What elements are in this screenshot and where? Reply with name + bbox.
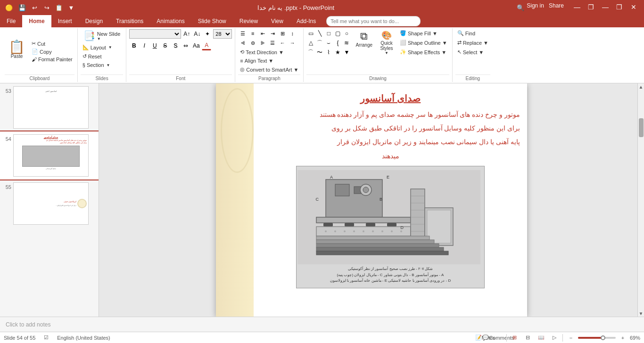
shape-triangle[interactable]: △: [306, 39, 315, 47]
decrease-font-button[interactable]: A↓: [192, 29, 202, 39]
shape-arc[interactable]: ⌒: [306, 48, 315, 57]
find-button[interactable]: 🔍 Find: [455, 29, 477, 37]
increase-indent-button[interactable]: ⇥: [268, 29, 277, 38]
tab-home[interactable]: Home: [22, 15, 51, 27]
accessibility-button[interactable]: ☑: [41, 334, 51, 342]
numbering-button[interactable]: ≡: [248, 29, 257, 38]
tab-view[interactable]: View: [264, 15, 290, 27]
text-direction-button[interactable]: ⟲ Text Direction ▼: [238, 48, 286, 56]
shape-more[interactable]: ≋: [342, 39, 351, 47]
shape-oval[interactable]: ○: [342, 29, 351, 38]
tab-animations[interactable]: Animations: [150, 15, 191, 27]
shape-outline-button[interactable]: ⬜ Shape Outline ▼: [398, 39, 449, 47]
shapes-dropdown[interactable]: ▼: [342, 48, 351, 57]
bold-button[interactable]: B: [129, 41, 139, 50]
shape-rect3[interactable]: ▢: [333, 29, 342, 38]
shape-arrow[interactable]: ⌒: [315, 39, 324, 47]
strikethrough-button[interactable]: S: [160, 41, 170, 50]
tab-addins[interactable]: Add-Ins: [290, 15, 322, 27]
bullets-button[interactable]: ☰: [238, 29, 248, 38]
quick-styles-button[interactable]: 🎨 Quick Styles ▼: [377, 29, 396, 56]
restore-button[interactable]: ❐: [613, 2, 626, 12]
normal-view-button[interactable]: ⊞: [510, 334, 520, 342]
format-painter-button[interactable]: 🖌 Format Painter: [30, 56, 74, 63]
shape-star[interactable]: ★: [333, 48, 342, 57]
line-spacing-button[interactable]: ↕: [288, 29, 297, 38]
shape-curve[interactable]: ⌣: [324, 39, 333, 47]
shape-effects-button[interactable]: ✨ Shape Effects ▼: [398, 48, 449, 56]
section-button[interactable]: § Section ▼: [81, 61, 112, 69]
change-case-button[interactable]: Aa: [191, 41, 201, 50]
ribbon-restore-button[interactable]: ❐: [585, 2, 598, 12]
comments-button[interactable]: 💬 Comments: [493, 334, 504, 342]
tell-me-input[interactable]: [326, 16, 421, 26]
columns-button[interactable]: ⊞: [278, 29, 287, 38]
char-spacing-button[interactable]: ⇔: [181, 41, 190, 50]
save-button[interactable]: 💾: [17, 2, 27, 13]
shape-fill-button[interactable]: 🪣 Shape Fill ▼: [398, 29, 449, 37]
share-button[interactable]: Share: [549, 2, 564, 13]
decrease-indent-button[interactable]: ⇤: [258, 29, 267, 38]
shape-rect2[interactable]: □: [324, 29, 333, 38]
shape-freeform[interactable]: ⌇: [324, 48, 333, 57]
zoom-slider[interactable]: [578, 337, 616, 339]
italic-button[interactable]: I: [140, 41, 149, 50]
arrange-button[interactable]: ⧉ Arrange: [353, 29, 375, 49]
align-text-button[interactable]: ≡ Align Text ▼: [238, 57, 275, 65]
notes-bar[interactable]: Click to add notes: [0, 317, 644, 332]
zoom-out-button[interactable]: −: [566, 334, 576, 342]
scroll-thumb[interactable]: [639, 118, 644, 137]
slide-thumb-53[interactable]: 53 اسانسور کشی: [0, 83, 99, 131]
cut-button[interactable]: ✂ Cut: [30, 40, 74, 48]
tab-insert[interactable]: Insert: [51, 15, 79, 27]
shape-line[interactable]: ╲: [315, 29, 324, 38]
new-slide-button[interactable]: 📑 New Slide ▼: [81, 29, 124, 42]
sign-in-link[interactable]: Sign in: [527, 2, 544, 13]
select-button[interactable]: ↖ Select ▼: [455, 48, 486, 56]
slide-view-scrollbar[interactable]: ▲ ▼: [637, 83, 644, 317]
reset-button[interactable]: ↺ Reset: [81, 52, 104, 60]
zoom-in-button[interactable]: +: [618, 334, 628, 342]
redo-button[interactable]: ↪: [41, 2, 52, 13]
outline-view-button[interactable]: ⊟: [523, 334, 533, 342]
shape-bracket[interactable]: {: [333, 39, 342, 47]
font-color-button[interactable]: A: [202, 41, 211, 50]
slide-canvas[interactable]: صدای آسانسور موتور و چرخ دنده های آسانسو…: [216, 83, 527, 317]
align-left-button[interactable]: ⫷: [238, 39, 248, 47]
tab-file[interactable]: File: [0, 15, 22, 27]
copy-button[interactable]: 📄 Copy: [30, 48, 74, 56]
font-family-select[interactable]: [129, 29, 181, 39]
close-button[interactable]: ✕: [627, 2, 640, 12]
layout-button[interactable]: 📐 Layout ▼: [81, 43, 114, 51]
font-size-select[interactable]: 28: [213, 29, 232, 39]
align-center-button[interactable]: ⊜: [248, 39, 257, 47]
slide-panel-scroll[interactable]: 53 اسانسور کشی 54 صدای آسانسور: [0, 83, 99, 317]
rtl-button[interactable]: ←: [278, 39, 287, 47]
ribbon-minimize-button[interactable]: —: [570, 2, 584, 12]
minimize-button[interactable]: —: [599, 2, 612, 12]
scroll-down-button[interactable]: ▼: [638, 310, 644, 317]
slide-thumb-54[interactable]: 54 صدای آسانسور موتور و چرخ دنده های آسا…: [0, 131, 99, 180]
present-button[interactable]: 📋: [54, 2, 64, 13]
ltr-button[interactable]: →: [288, 39, 297, 47]
undo-button[interactable]: ↩: [29, 2, 40, 13]
tab-design[interactable]: Design: [79, 15, 109, 27]
slide-thumb-55[interactable]: 55 ایزولاسیون صوتی برای این ایزولاسیون ق…: [0, 180, 99, 228]
replace-button[interactable]: ⇄ Replace ▼: [455, 39, 490, 47]
shadow-button[interactable]: S: [171, 41, 180, 50]
reading-view-button[interactable]: 📖: [536, 334, 546, 342]
paste-button[interactable]: 📋 Paste: [5, 40, 29, 63]
convert-smartart-button[interactable]: ◎ Convert to SmartArt ▼: [238, 65, 300, 74]
qa-dropdown[interactable]: ▼: [66, 2, 76, 13]
clear-format-button[interactable]: ✦: [203, 29, 212, 39]
align-right-button[interactable]: ⫸: [258, 39, 267, 47]
scroll-up-button[interactable]: ▲: [638, 83, 644, 90]
tab-slideshow[interactable]: Slide Show: [191, 15, 233, 27]
shape-wave[interactable]: 〜: [315, 48, 324, 57]
underline-button[interactable]: U: [150, 41, 159, 50]
shape-rect[interactable]: ▭: [306, 29, 315, 38]
zoom-handle[interactable]: [601, 335, 605, 340]
tab-review[interactable]: Review: [233, 15, 264, 27]
slideshow-button[interactable]: ▷: [549, 334, 560, 342]
justify-button[interactable]: ☰: [268, 39, 277, 47]
